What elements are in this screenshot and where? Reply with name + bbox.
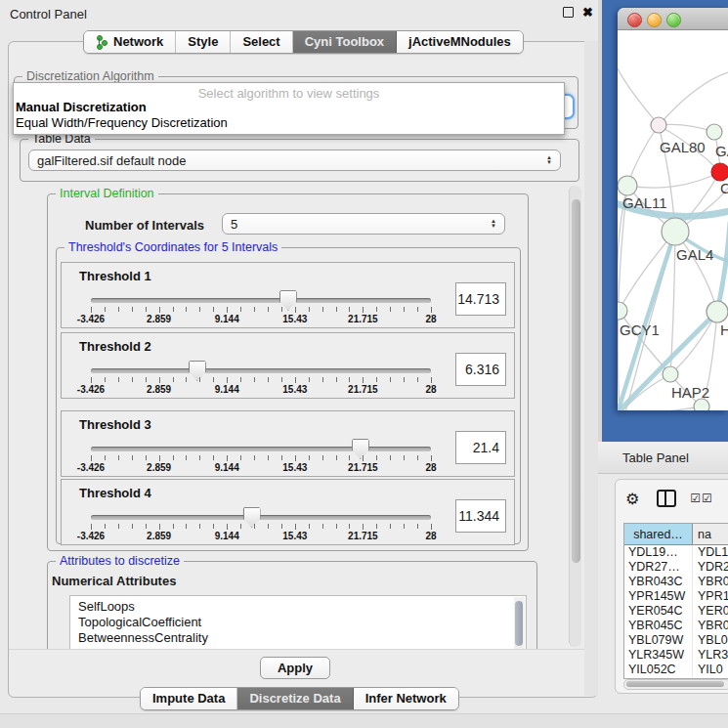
slider-track[interactable] [91, 447, 431, 451]
threshold-value-field[interactable]: 14.713 [455, 282, 506, 316]
network-node[interactable] [711, 163, 728, 181]
cell-name[interactable]: YBR0 [693, 619, 728, 633]
table-row[interactable]: YLR345WYLR3 [624, 648, 728, 663]
number-of-intervals-label: Number of Intervals [85, 218, 204, 233]
network-node[interactable] [662, 218, 689, 245]
cell-shared-name[interactable]: YER054C [624, 604, 693, 619]
algorithm-dropdown-popup: Select algorithm to view settings Manual… [13, 82, 565, 135]
table-header-row: shared… na [624, 524, 728, 545]
threshold-row-3: Threshold 3-3.4262.8599.14415.4321.71528… [61, 410, 515, 477]
number-of-intervals-combo[interactable]: 5 ▲▼ [222, 213, 505, 235]
cell-shared-name[interactable]: YIL052C [624, 663, 693, 677]
node-label: GA [715, 143, 728, 159]
apply-button[interactable]: Apply [260, 657, 330, 679]
threshold-value-field[interactable]: 21.4 [455, 431, 506, 464]
window-bottom-edge [0, 713, 728, 728]
cell-name[interactable]: YLR3 [693, 648, 728, 663]
threshold-slider[interactable]: -3.4262.8599.14415.4321.71528 [91, 511, 431, 544]
table-row[interactable]: YPR145WYPR1 [624, 589, 728, 604]
network-node[interactable] [707, 124, 722, 140]
slider-track[interactable] [91, 515, 431, 520]
panel-gap [584, 41, 598, 696]
cell-shared-name[interactable]: YBL079W [624, 633, 693, 648]
tab-cyni-toolbox[interactable]: Cyni Toolbox [293, 31, 397, 53]
cell-shared-name[interactable]: YPR145W [624, 589, 693, 604]
cell-name[interactable]: YPR1 [693, 589, 728, 604]
threshold-slider[interactable]: -3.4262.8599.14415.4321.71528 [91, 294, 431, 327]
table-hscroll-thumb[interactable] [626, 681, 724, 687]
tab-discretize-data[interactable]: Discretize Data [237, 688, 353, 709]
table-horizontal-scrollbar[interactable] [623, 679, 728, 690]
node-attribute-table[interactable]: shared… na YDL19…YDL1YDR27…YDR2YBR043CYB… [623, 523, 728, 679]
cell-shared-name[interactable]: YBR043C [624, 575, 693, 589]
split-columns-icon[interactable] [657, 490, 676, 507]
threshold-slider[interactable]: -3.4262.8599.14415.4321.71528 [91, 443, 431, 476]
cell-shared-name[interactable]: YLR345W [624, 648, 693, 663]
cell-shared-name[interactable]: YDR27… [624, 560, 693, 575]
tab-network[interactable]: Network [84, 31, 176, 53]
cell-name[interactable]: YIL0 [693, 663, 728, 677]
network-node[interactable] [618, 302, 627, 320]
network-canvas[interactable]: GAL80GACGAL11GAL4GCY1HHAP2 [618, 29, 728, 410]
table-row[interactable]: YDL19…YDL1 [624, 545, 728, 560]
node-label: GAL4 [676, 246, 713, 263]
popup-option-manual[interactable]: Manual Discretization [16, 100, 147, 114]
cell-name[interactable]: YBL0 [693, 633, 728, 648]
table-row[interactable]: YER054CYER0 [624, 604, 728, 619]
attribute-item[interactable]: BetweennessCentrality [78, 630, 526, 646]
tab-infer-network[interactable]: Infer Network [354, 688, 458, 709]
attribute-item[interactable]: SelfLoops [78, 599, 526, 615]
cell-name[interactable]: YDR2 [693, 560, 728, 575]
column-header-name[interactable]: na [693, 524, 728, 544]
threshold-slider[interactable]: -3.4262.8599.14415.4321.71528 [91, 364, 431, 398]
table-row[interactable]: YDR27…YDR2 [624, 560, 728, 575]
tab-impute-data[interactable]: Impute Data [141, 688, 237, 709]
attribute-item[interactable]: TopologicalCoefficient [78, 615, 526, 630]
zoom-traffic-light[interactable] [666, 13, 681, 27]
table-data-combo[interactable]: galFiltered.sif default node ▲▼ [28, 150, 561, 171]
top-tab-bar: NetworkStyleSelectCyni ToolboxjActiveMNo… [83, 30, 524, 54]
panel-scrollbar-thumb[interactable] [572, 199, 580, 563]
slider-track[interactable] [91, 298, 431, 303]
cell-name[interactable]: YDL1 [693, 545, 728, 560]
gear-icon[interactable]: ⚙ [625, 490, 639, 508]
network-window-titlebar[interactable] [618, 8, 728, 30]
float-window-icon[interactable] [563, 7, 574, 18]
cell-shared-name[interactable]: YBR045C [624, 619, 693, 633]
network-window[interactable]: GAL80GACGAL11GAL4GCY1HHAP2 [618, 8, 728, 410]
number-of-intervals-value: 5 [231, 217, 237, 232]
threshold-value-field[interactable]: 6.316 [455, 353, 506, 386]
settings-scroll-viewport: Interval Definition Number of Intervals … [14, 184, 569, 649]
numerical-attributes-list[interactable]: SelfLoopsTopologicalCoefficientBetweenne… [69, 595, 527, 649]
slider-track[interactable] [91, 368, 431, 373]
panel-vertical-scrollbar[interactable] [569, 186, 581, 647]
cell-shared-name[interactable]: YDL19… [624, 545, 693, 560]
close-icon[interactable]: ✖ [582, 8, 593, 18]
attributes-scrollbar[interactable] [514, 597, 525, 649]
slider-ticks [91, 307, 431, 313]
table-row[interactable]: YBL079WYBL0 [624, 633, 728, 648]
select-columns-checkboxes-icon[interactable]: ☑☑ [690, 492, 713, 505]
network-node[interactable] [663, 366, 678, 382]
network-node[interactable] [707, 301, 728, 322]
tab-style[interactable]: Style [176, 31, 231, 53]
cell-name[interactable]: YBR0 [693, 575, 728, 589]
table-row[interactable]: YBR043CYBR0 [624, 575, 728, 589]
threshold-label: Threshold 1 [79, 269, 151, 283]
table-panel-title: Table Panel [622, 450, 689, 465]
table-row[interactable]: YBR045CYBR0 [624, 619, 728, 633]
cell-name[interactable]: YER0 [693, 604, 728, 619]
column-header-shared[interactable]: shared… [624, 524, 693, 544]
close-traffic-light[interactable] [627, 13, 642, 27]
table-row[interactable]: YIL052CYIL0 [624, 663, 728, 677]
network-node[interactable] [651, 117, 666, 133]
tab-label: Impute Data [152, 691, 225, 706]
tab-select[interactable]: Select [231, 31, 292, 53]
network-node[interactable] [618, 176, 637, 195]
threshold-value-field[interactable]: 11.344 [455, 499, 506, 533]
attributes-scrollbar-thumb[interactable] [515, 601, 523, 646]
minimize-traffic-light[interactable] [647, 13, 662, 27]
divider [9, 649, 595, 650]
tab-jactivemnodules[interactable]: jActiveMNodules [397, 31, 523, 53]
popup-option-equal-width[interactable]: Equal Width/Frequency Discretization [16, 115, 228, 130]
